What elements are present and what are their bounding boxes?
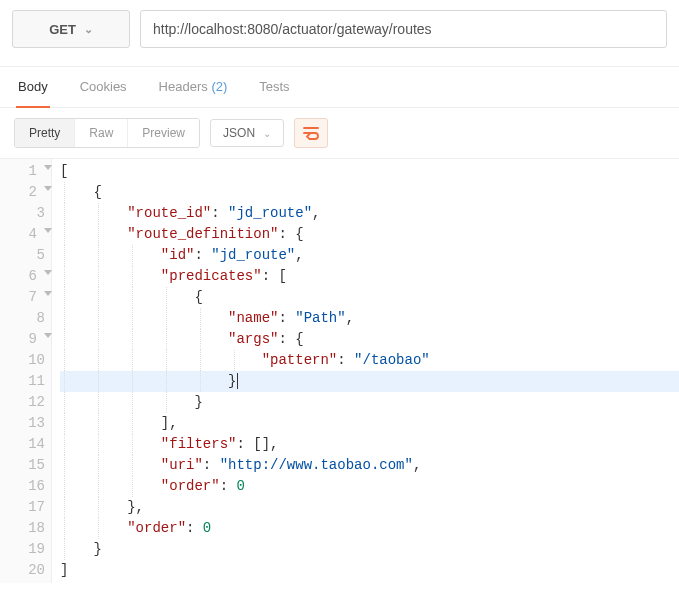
gutter-line[interactable]: 7 bbox=[0, 287, 51, 308]
token-pun: , bbox=[295, 247, 303, 263]
code-line: [ bbox=[60, 161, 679, 182]
gutter-line: 16 bbox=[0, 476, 51, 497]
token-str: "/taobao" bbox=[354, 352, 430, 368]
gutter-line[interactable]: 6 bbox=[0, 266, 51, 287]
code-line: "order": 0 bbox=[60, 518, 679, 539]
indent-guide bbox=[132, 434, 133, 455]
token-pun: , bbox=[413, 457, 421, 473]
indent-guide bbox=[132, 392, 133, 413]
indent-guide bbox=[64, 266, 65, 287]
view-mode-pretty[interactable]: Pretty bbox=[15, 119, 75, 147]
token-pun: : bbox=[186, 520, 203, 536]
token-key: "name" bbox=[228, 310, 278, 326]
indent-guide bbox=[98, 455, 99, 476]
token-key: "filters" bbox=[161, 436, 237, 452]
indent-guide bbox=[64, 350, 65, 371]
gutter-line: 8 bbox=[0, 308, 51, 329]
token-pun: ], bbox=[161, 415, 178, 431]
indent-guide bbox=[200, 329, 201, 350]
view-mode-raw[interactable]: Raw bbox=[75, 119, 128, 147]
token-pun: ] bbox=[60, 562, 68, 578]
code-line: "route_id": "jd_route", bbox=[60, 203, 679, 224]
tab-headers-label: Headers bbox=[159, 79, 208, 94]
indent-guide bbox=[98, 245, 99, 266]
indent-guide bbox=[132, 476, 133, 497]
code-line: "uri": "http://www.taobao.com", bbox=[60, 455, 679, 476]
wrap-lines-icon bbox=[303, 126, 319, 140]
gutter-line[interactable]: 4 bbox=[0, 224, 51, 245]
token-key: "order" bbox=[127, 520, 186, 536]
code-line: { bbox=[60, 182, 679, 203]
indent-guide bbox=[132, 413, 133, 434]
indent-guide bbox=[166, 287, 167, 308]
gutter-line: 13 bbox=[0, 413, 51, 434]
fold-toggle-icon[interactable] bbox=[44, 228, 52, 233]
gutter-line[interactable]: 2 bbox=[0, 182, 51, 203]
token-pun: }, bbox=[127, 499, 144, 515]
tab-tests[interactable]: Tests bbox=[257, 67, 291, 107]
chevron-down-icon: ⌄ bbox=[84, 23, 93, 36]
text-cursor bbox=[237, 373, 238, 389]
indent-guide bbox=[64, 392, 65, 413]
indent-guide bbox=[132, 266, 133, 287]
http-method-select[interactable]: GET ⌄ bbox=[12, 10, 130, 48]
indent-guide bbox=[64, 476, 65, 497]
tab-body[interactable]: Body bbox=[16, 67, 50, 108]
code-line: "name": "Path", bbox=[60, 308, 679, 329]
token-pun: , bbox=[270, 436, 278, 452]
indent-guide bbox=[234, 350, 235, 371]
chevron-down-icon: ⌄ bbox=[263, 128, 271, 139]
format-select[interactable]: JSON ⌄ bbox=[210, 119, 284, 147]
token-pun: : bbox=[278, 310, 295, 326]
token-key: "id" bbox=[161, 247, 195, 263]
gutter-line: 14 bbox=[0, 434, 51, 455]
token-num: 0 bbox=[203, 520, 211, 536]
token-pun: : { bbox=[278, 226, 303, 242]
request-url-input[interactable] bbox=[140, 10, 667, 48]
fold-toggle-icon[interactable] bbox=[44, 291, 52, 296]
indent-guide bbox=[132, 371, 133, 392]
indent-guide bbox=[98, 497, 99, 518]
fold-toggle-icon[interactable] bbox=[44, 270, 52, 275]
token-pun: : bbox=[337, 352, 354, 368]
indent-guide bbox=[64, 287, 65, 308]
token-pun: : bbox=[211, 205, 228, 221]
indent-guide bbox=[64, 245, 65, 266]
indent-guide bbox=[98, 266, 99, 287]
fold-toggle-icon[interactable] bbox=[44, 333, 52, 338]
indent-guide bbox=[98, 350, 99, 371]
indent-guide bbox=[166, 350, 167, 371]
token-pun: { bbox=[94, 184, 102, 200]
fold-toggle-icon[interactable] bbox=[44, 186, 52, 191]
gutter-line[interactable]: 9 bbox=[0, 329, 51, 350]
view-mode-preview[interactable]: Preview bbox=[128, 119, 199, 147]
tab-tests-label: Tests bbox=[259, 79, 289, 94]
tab-headers[interactable]: Headers (2) bbox=[157, 67, 230, 107]
indent-guide bbox=[64, 329, 65, 350]
wrap-lines-button[interactable] bbox=[294, 118, 328, 148]
indent-guide bbox=[98, 518, 99, 539]
fold-toggle-icon[interactable] bbox=[44, 165, 52, 170]
token-pun: { bbox=[194, 289, 202, 305]
gutter-line: 18 bbox=[0, 518, 51, 539]
format-label: JSON bbox=[223, 126, 255, 140]
token-key: "route_id" bbox=[127, 205, 211, 221]
code-line: "order": 0 bbox=[60, 476, 679, 497]
indent-guide bbox=[64, 413, 65, 434]
indent-guide bbox=[64, 434, 65, 455]
indent-guide bbox=[98, 413, 99, 434]
indent-guide bbox=[98, 287, 99, 308]
indent-guide bbox=[132, 455, 133, 476]
code-line: "pattern": "/taobao" bbox=[60, 350, 679, 371]
gutter-line: 3 bbox=[0, 203, 51, 224]
code-line: } bbox=[60, 539, 679, 560]
token-pun: : { bbox=[278, 331, 303, 347]
gutter-line: 17 bbox=[0, 497, 51, 518]
indent-guide bbox=[132, 329, 133, 350]
tab-cookies[interactable]: Cookies bbox=[78, 67, 129, 107]
view-mode-group: Pretty Raw Preview bbox=[14, 118, 200, 148]
token-key: "order" bbox=[161, 478, 220, 494]
token-key: "route_definition" bbox=[127, 226, 278, 242]
gutter-line[interactable]: 1 bbox=[0, 161, 51, 182]
code-view[interactable]: [ { "route_id": "jd_route", "route_defin… bbox=[52, 159, 679, 583]
